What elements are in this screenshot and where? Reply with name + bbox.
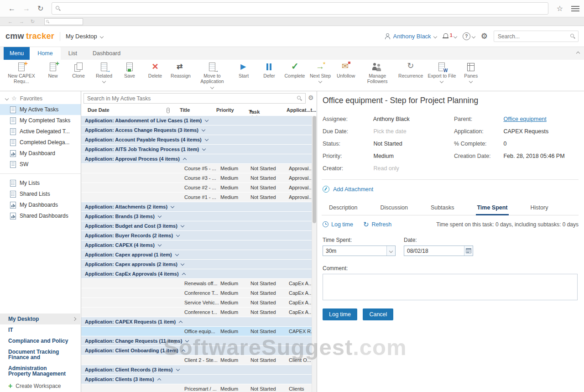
task-row[interactable]: Conference t... Medium Not Started CapEx… — [81, 308, 312, 317]
task-row[interactable]: Application: Approval Process (4 items) — [81, 154, 312, 164]
task-row[interactable]: Application: Budget and Cost (3 items) — [81, 221, 312, 231]
scrollbar[interactable] — [312, 116, 317, 392]
cancel-button[interactable]: Cancel — [363, 308, 393, 320]
field-value[interactable]: Feb. 28, 2018 05:46 PM — [503, 153, 564, 159]
sidebar-item[interactable]: My Dashboards — [0, 199, 81, 210]
user-menu[interactable]: Anthony Black — [385, 33, 437, 40]
field-value[interactable]: 0 — [503, 141, 506, 147]
group-caret-icon[interactable] — [182, 273, 185, 277]
group-caret-icon[interactable] — [158, 243, 162, 246]
task-row[interactable]: Application: Capex approvals (2 items) — [81, 260, 312, 269]
dropdown-button[interactable] — [386, 246, 395, 256]
date-field[interactable] — [404, 246, 473, 256]
notifications-button[interactable]: 1 — [443, 33, 457, 39]
task-row[interactable]: Client 2 - Ste... Medium Not Started Cli… — [81, 355, 312, 365]
column-application[interactable]: Applicat...t... — [287, 107, 316, 113]
toolbar-button[interactable]: Save — [117, 62, 142, 78]
toolbar-button[interactable]: Recurrence — [396, 62, 425, 78]
toolbar-button[interactable]: Next Step — [308, 62, 333, 83]
workspace-item[interactable]: IT — [0, 324, 80, 335]
group-caret-icon[interactable] — [158, 214, 162, 218]
nav-tab[interactable]: Home — [30, 47, 60, 60]
column-due-date[interactable]: Due Date — [88, 107, 110, 113]
task-row[interactable]: Application: CAPEX Requests (1 item) — [81, 317, 312, 327]
sidebar-item[interactable]: My Active Tasks — [0, 104, 81, 115]
time-spent-input[interactable] — [323, 246, 386, 256]
field-value[interactable]: Office equipment — [503, 116, 546, 122]
nav-tab[interactable]: Dashboard — [85, 47, 128, 60]
task-row[interactable]: Course #3 - ... Medium Not Started Appro… — [81, 173, 312, 183]
sidebar-item[interactable]: My Dashboard — [0, 148, 81, 159]
sidebar-item[interactable]: Active Delegated T... — [0, 126, 81, 137]
sidebar-item[interactable]: Shared Dashboards — [0, 210, 81, 221]
task-row[interactable]: Application: Account Payable Requests (4… — [81, 135, 312, 145]
help-menu[interactable]: ? — [463, 32, 475, 40]
sidebar-item[interactable]: My Lists — [0, 178, 81, 188]
group-caret-icon[interactable] — [205, 118, 209, 122]
refresh-link[interactable]: ↻ Refresh — [363, 221, 391, 228]
workspace-selector[interactable]: My Desktop — [66, 33, 103, 40]
task-row[interactable]: Application: Brands (3 items) — [81, 212, 312, 221]
sidebar-item[interactable]: Shared Lists — [0, 188, 81, 199]
detail-tab[interactable]: Time Spent — [476, 204, 508, 215]
comment-textarea[interactable] — [323, 274, 578, 300]
group-caret-icon[interactable] — [185, 339, 189, 342]
toolbar-button[interactable]: Move to Application — [193, 62, 231, 89]
detail-tab[interactable]: Subtasks — [430, 204, 455, 215]
sidebar-item[interactable]: Completed Delega... — [0, 137, 81, 148]
column-task-status[interactable]: Task status▴ — [249, 107, 252, 113]
group-caret-icon[interactable] — [204, 137, 208, 141]
toolbar-button[interactable]: Reassign — [168, 62, 193, 78]
task-row[interactable]: Renewals off... Medium Not Started CapEx… — [81, 279, 312, 288]
task-search-input[interactable] — [84, 95, 297, 102]
toolbar-button[interactable]: New CAPEX Requ... — [3, 62, 40, 84]
create-workspace-button[interactable]: + Create Workspace — [0, 382, 61, 390]
toolbar-button[interactable]: Panes — [458, 62, 484, 83]
task-row[interactable]: Application: Change Requests (11 items) — [81, 336, 312, 346]
task-row[interactable]: Office equip... Medium Not Started CAPEX… — [81, 327, 312, 336]
toolbar-button[interactable]: Defer — [256, 62, 282, 78]
task-row[interactable]: Application: Capex approval (1 item) — [81, 250, 312, 260]
task-row[interactable]: Course #1 - ... Medium Not Started Appro… — [81, 193, 312, 202]
toolbar-button[interactable]: Clone — [66, 62, 91, 78]
toolbar-button[interactable]: Export to File — [425, 62, 458, 83]
workspace-item[interactable]: My Desktop — [0, 314, 80, 324]
browser-back-icon[interactable]: ← — [8, 5, 16, 13]
workspace-item[interactable]: Compliance and Policy — [0, 335, 80, 346]
detail-tab[interactable]: Discussion — [380, 204, 409, 215]
task-row[interactable]: Course #2 - ... Medium Not Started Appro… — [81, 183, 312, 193]
task-search-box[interactable] — [83, 93, 306, 104]
field-value[interactable]: CAPEX Requests — [503, 128, 548, 135]
mini-search-box[interactable] — [44, 18, 83, 25]
toolbar-button[interactable]: Unfollow — [333, 62, 359, 78]
group-caret-icon[interactable] — [157, 378, 161, 382]
task-row[interactable]: Pricesmart / ... Medium Not Started Clie… — [81, 384, 312, 392]
date-input[interactable] — [404, 246, 464, 256]
task-row[interactable]: Application: Access Change Requests (3 i… — [81, 125, 312, 135]
task-row[interactable]: Application: Attachments (2 items) — [81, 202, 312, 212]
workspace-item[interactable]: Finance and Administration — [0, 357, 80, 368]
task-row[interactable]: Service Vehic... Medium Not Started CapE… — [81, 298, 312, 308]
group-caret-icon[interactable] — [181, 262, 184, 266]
group-caret-icon[interactable] — [183, 158, 187, 162]
favorites-header[interactable]: ☆ Favorites — [0, 91, 81, 104]
detail-tab[interactable]: History — [530, 204, 549, 215]
time-spent-combobox[interactable] — [323, 246, 396, 256]
add-attachment-button[interactable]: Add Attachment — [323, 186, 579, 193]
task-row[interactable]: Application: Client Onboarding (1 item) — [81, 346, 312, 355]
group-caret-icon[interactable] — [181, 350, 185, 353]
toolbar-button[interactable]: Related — [91, 62, 117, 83]
scrollbar-thumb[interactable] — [313, 116, 316, 223]
collapse-ribbon-button[interactable] — [577, 47, 584, 60]
toolbar-button[interactable]: Complete — [282, 62, 308, 78]
task-row[interactable]: Application: Buyer Records (2 items) — [81, 231, 312, 240]
browser-menu-icon[interactable] — [571, 6, 579, 11]
toolbar-button[interactable]: Manage Followers — [359, 62, 396, 84]
task-row[interactable]: Conference T... Medium Not Started CapEx… — [81, 288, 312, 298]
group-caret-icon[interactable] — [176, 367, 179, 371]
group-caret-icon[interactable] — [202, 147, 206, 151]
task-row[interactable]: Application: AITS Job Tracking Process (… — [81, 145, 312, 154]
list-settings-gear-icon[interactable]: ⚙ — [308, 94, 314, 101]
group-caret-icon[interactable] — [202, 128, 205, 131]
task-row[interactable]: Course #5 - ... Medium Not Started Appro… — [81, 164, 312, 173]
